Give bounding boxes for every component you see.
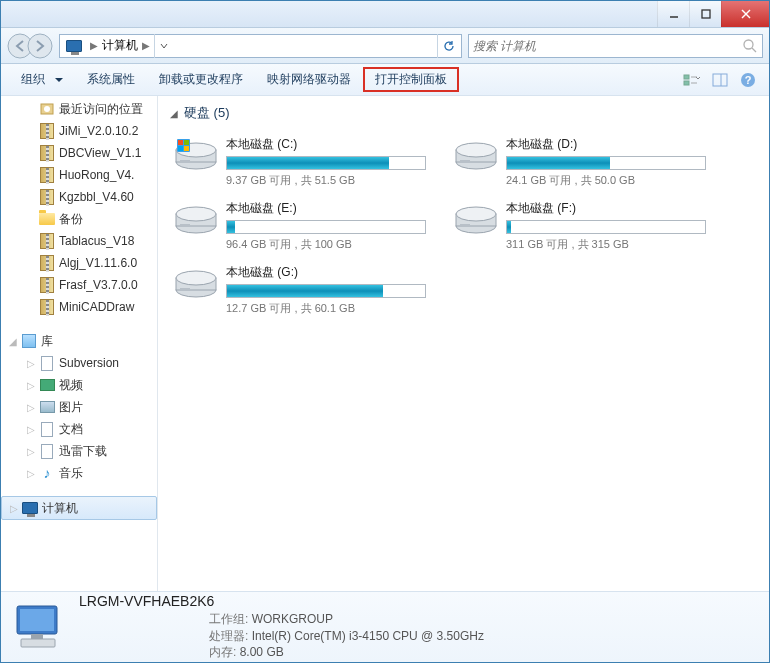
tree-lib-thunder[interactable]: ▷迅雷下载 [1,440,157,462]
drive-item[interactable]: 本地磁盘 (F:) 311 GB 可用 , 共 315 GB [450,194,730,258]
tree-computer[interactable]: ▷计算机 [1,496,157,520]
drive-icon [174,264,218,300]
search-input[interactable] [473,39,742,53]
expand-icon[interactable]: ▷ [25,445,37,457]
maximize-button[interactable] [689,1,721,27]
tree-file-item[interactable]: DBCView_V1.1 [1,142,157,164]
tree-file-item[interactable]: Algj_V1.11.6.0 [1,252,157,274]
minimize-button[interactable] [657,1,689,27]
address-bar[interactable]: ▶ 计算机 ▶ [59,34,462,58]
expand-icon[interactable]: ▷ [25,379,37,391]
close-button[interactable] [721,1,769,27]
tree-label: 视频 [59,377,83,394]
section-header-drives[interactable]: ◢ 硬盘 (5) [170,104,757,122]
video-icon [39,377,55,393]
drive-icon [174,200,218,236]
breadcrumb-location[interactable]: 计算机 [102,37,138,54]
drive-item[interactable]: 本地磁盘 (G:) 12.7 GB 可用 , 共 60.1 GB [170,258,450,322]
toolbar-uninstall-programs[interactable]: 卸载或更改程序 [147,67,255,92]
svg-rect-34 [180,224,190,227]
drive-name: 本地磁盘 (C:) [226,136,446,153]
folder-icon [39,211,55,227]
tree-file-item[interactable]: HuoRong_V4. [1,164,157,186]
document-icon [39,421,55,437]
tree-libraries[interactable]: ◢库 [1,330,157,352]
archive-icon [39,167,55,183]
expand-icon[interactable]: ▷ [25,423,37,435]
drive-usage-text: 24.1 GB 可用 , 共 50.0 GB [506,173,726,188]
picture-icon [39,399,55,415]
expand-icon[interactable]: ◢ [7,335,19,347]
archive-icon [39,233,55,249]
drive-usage-text: 12.7 GB 可用 , 共 60.1 GB [226,301,446,316]
tree-lib-music[interactable]: ▷♪音乐 [1,462,157,484]
content-pane[interactable]: ◢ 硬盘 (5) 本地磁盘 (C:) 9.37 GB 可用 , 共 51.5 G… [158,96,769,591]
navigation-tree[interactable]: 最近访问的位置 JiMi_V2.0.10.2 DBCView_V1.1 HuoR… [1,96,158,591]
drive-usage-bar [226,284,426,298]
preview-pane-button[interactable] [707,69,733,91]
nav-back-forward[interactable] [7,31,53,61]
tree-lib-videos[interactable]: ▷视频 [1,374,157,396]
tree-label: DBCView_V1.1 [59,146,142,160]
document-icon [39,355,55,371]
breadcrumb-sep-icon[interactable]: ▶ [138,40,154,51]
tree-folder-backup[interactable]: 备份 [1,208,157,230]
drive-name: 本地磁盘 (F:) [506,200,726,217]
svg-rect-46 [21,639,55,647]
drive-item[interactable]: 本地磁盘 (D:) 24.1 GB 可用 , 共 50.0 GB [450,130,730,194]
svg-rect-25 [178,146,183,151]
svg-point-37 [456,207,496,221]
download-icon [39,443,55,459]
drive-name: 本地磁盘 (E:) [226,200,446,217]
tree-recent-places[interactable]: 最近访问的位置 [1,98,157,120]
tree-label: JiMi_V2.0.10.2 [59,124,138,138]
archive-icon [39,277,55,293]
expand-icon[interactable]: ▷ [25,357,37,369]
svg-rect-9 [684,81,689,85]
archive-icon [39,189,55,205]
svg-rect-42 [180,288,190,291]
computer-large-icon [11,602,65,652]
library-icon [21,333,37,349]
tree-file-item[interactable]: MiniCADDraw [1,296,157,318]
help-button[interactable]: ? [735,69,761,91]
svg-rect-30 [460,160,470,163]
drive-usage-bar [506,220,706,234]
cpu-value: Intel(R) Core(TM) i3-4150 CPU @ 3.50GHz [252,629,484,643]
drive-usage-bar [506,156,706,170]
expand-icon[interactable]: ▷ [25,401,37,413]
archive-icon [39,255,55,271]
toolbar-organize[interactable]: 组织 [9,67,75,92]
search-box[interactable] [468,34,763,58]
expand-icon[interactable]: ▷ [8,502,20,514]
computer-icon [22,500,38,516]
svg-text:?: ? [745,74,752,86]
svg-rect-1 [702,10,710,18]
refresh-button[interactable] [437,34,459,58]
drive-item[interactable]: 本地磁盘 (C:) 9.37 GB 可用 , 共 51.5 GB [170,130,450,194]
svg-rect-12 [713,74,727,86]
tree-file-item[interactable]: Tablacus_V18 [1,230,157,252]
tree-label: 计算机 [42,500,78,517]
tree-label: Algj_V1.11.6.0 [59,256,137,270]
svg-point-17 [44,106,50,112]
cpu-label: 处理器: [209,629,248,643]
address-history-dropdown[interactable] [154,34,172,58]
toolbar-system-properties[interactable]: 系统属性 [75,67,147,92]
expand-icon[interactable]: ▷ [25,467,37,479]
toolbar-map-network-drive[interactable]: 映射网络驱动器 [255,67,363,92]
tree-file-item[interactable]: Frasf_V3.7.0.0 [1,274,157,296]
view-options-button[interactable] [679,69,705,91]
drive-item[interactable]: 本地磁盘 (E:) 96.4 GB 可用 , 共 100 GB [170,194,450,258]
collapse-icon[interactable]: ◢ [170,108,178,119]
tree-lib-subversion[interactable]: ▷Subversion [1,352,157,374]
svg-rect-21 [180,160,190,163]
toolbar-open-control-panel[interactable]: 打开控制面板 [363,67,459,92]
tree-lib-documents[interactable]: ▷文档 [1,418,157,440]
tree-file-item[interactable]: Kgzbbl_V4.60 [1,186,157,208]
tree-label: 文档 [59,421,83,438]
tree-lib-pictures[interactable]: ▷图片 [1,396,157,418]
svg-line-7 [752,48,756,52]
svg-point-5 [28,34,52,58]
tree-file-item[interactable]: JiMi_V2.0.10.2 [1,120,157,142]
